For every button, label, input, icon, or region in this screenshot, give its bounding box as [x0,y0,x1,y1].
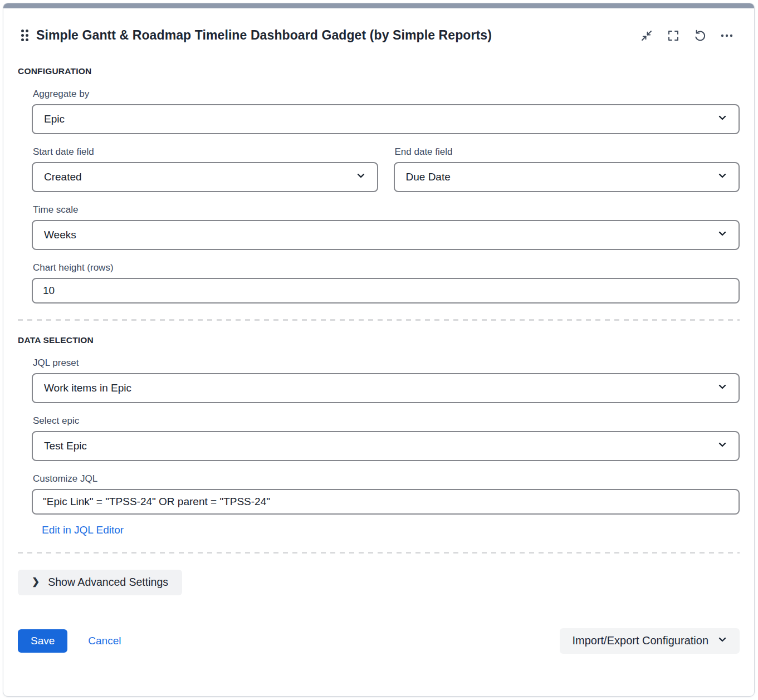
jql-preset-label: JQL preset [33,358,740,369]
edit-jql-editor-link[interactable]: Edit in JQL Editor [42,524,124,536]
gadget-title: Simple Gantt & Roadmap Timeline Dashboar… [36,28,637,43]
chevron-down-icon [356,170,366,183]
time-scale-label: Time scale [33,204,740,216]
time-scale-group: Time scale Weeks [32,204,740,250]
chevron-down-icon [717,439,727,452]
chart-height-group: Chart height (rows) [32,262,740,304]
show-advanced-settings-button[interactable]: ❯ Show Advanced Settings [18,570,182,595]
save-button[interactable]: Save [18,629,67,653]
customize-jql-label: Customize JQL [33,473,740,484]
section-divider [18,319,740,321]
chevron-down-icon [717,381,727,394]
refresh-icon[interactable] [691,26,710,45]
select-epic-group: Select epic Test Epic [32,415,740,461]
date-fields-row: Start date field Created End date field … [32,146,740,192]
import-export-label: Import/Export Configuration [572,634,708,647]
select-epic-value: Test Epic [44,440,87,452]
end-date-group: End date field Due Date [394,146,740,192]
chevron-down-icon [717,634,727,647]
configuration-section: Aggregate by Epic Start date field Creat… [32,89,740,304]
chart-height-input[interactable] [32,278,740,304]
chevron-down-icon [717,170,727,183]
gadget-toolbar [637,26,736,45]
data-selection-heading: DATA SELECTION [18,335,740,345]
select-epic-label: Select epic [33,415,740,427]
chevron-down-icon [717,228,727,241]
configuration-heading: CONFIGURATION [18,66,740,76]
more-icon[interactable] [717,26,736,45]
cancel-link[interactable]: Cancel [88,635,121,647]
gadget-config-card: Simple Gantt & Roadmap Timeline Dashboar… [3,3,755,697]
gadget-header: Simple Gantt & Roadmap Timeline Dashboar… [18,8,740,52]
aggregate-by-label: Aggregate by [33,89,740,100]
time-scale-select[interactable]: Weeks [32,220,740,250]
time-scale-value: Weeks [44,229,76,241]
start-date-group: Start date field Created [32,146,378,192]
jql-preset-select[interactable]: Work items in Epic [32,373,740,403]
chevron-right-icon: ❯ [32,576,40,588]
chevron-down-icon [717,112,727,125]
footer-actions: Save Cancel Import/Export Configuration [18,628,740,654]
import-export-configuration-button[interactable]: Import/Export Configuration [560,628,740,654]
start-date-label: Start date field [33,146,378,158]
jql-preset-group: JQL preset Work items in Epic [32,358,740,403]
end-date-select[interactable]: Due Date [394,162,740,192]
advanced-toggle-label: Show Advanced Settings [48,576,168,589]
data-selection-section: JQL preset Work items in Epic Select epi… [32,358,740,536]
jql-preset-value: Work items in Epic [44,382,131,394]
aggregate-by-select[interactable]: Epic [32,104,740,134]
start-date-select[interactable]: Created [32,162,378,192]
end-date-label: End date field [395,146,740,158]
start-date-value: Created [44,171,82,183]
customize-jql-group: Customize JQL Edit in JQL Editor [32,473,740,536]
select-epic-select[interactable]: Test Epic [32,431,740,461]
section-divider [18,552,740,554]
customize-jql-input[interactable] [32,489,740,515]
aggregate-by-group: Aggregate by Epic [32,89,740,134]
aggregate-by-value: Epic [44,113,65,125]
gadget-color-strip [3,3,754,8]
collapse-icon[interactable] [637,26,656,45]
fullscreen-icon[interactable] [664,26,683,45]
end-date-value: Due Date [406,171,451,183]
drag-handle-icon[interactable] [21,30,28,41]
chart-height-label: Chart height (rows) [33,262,740,273]
